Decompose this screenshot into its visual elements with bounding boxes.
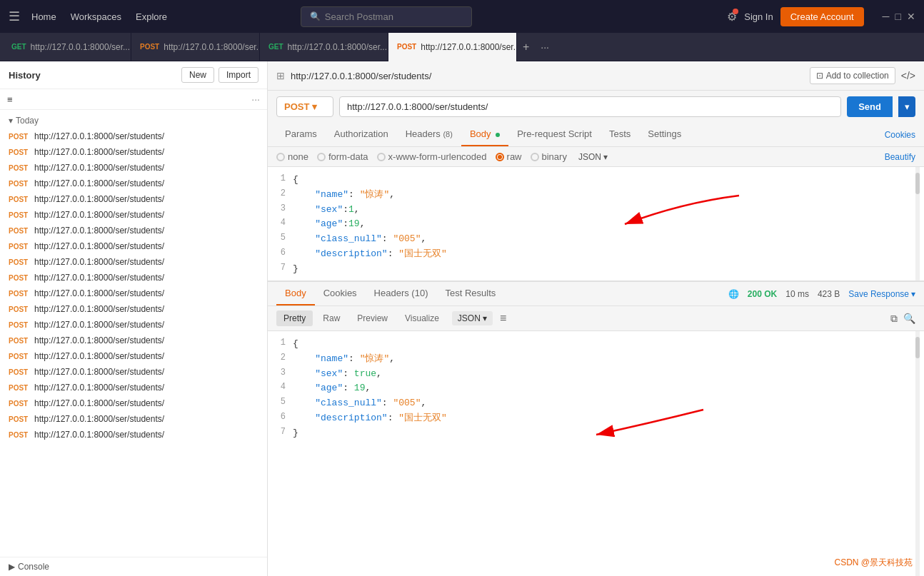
filter-icon[interactable]: ≡ xyxy=(7,94,13,105)
resp-raw-tab[interactable]: Raw xyxy=(316,310,347,326)
body-form-data-option[interactable]: form-data xyxy=(317,151,368,162)
tab-params[interactable]: Params xyxy=(276,123,326,146)
tab-headers[interactable]: Headers (8) xyxy=(397,123,461,146)
beautify-button[interactable]: Beautify xyxy=(885,152,915,162)
response-body-editor[interactable]: 1 { 2 "name": "惊涛", 3 "sex": true, 4 "ag… xyxy=(268,331,924,447)
list-item[interactable]: POST http://127.0.0.1:8000/ser/students/ xyxy=(0,333,267,348)
search-placeholder: Search Postman xyxy=(325,11,393,22)
home-link[interactable]: Home xyxy=(31,11,56,22)
tab-post-2-active[interactable]: POST http://127.0.0.1:8000/ser... xyxy=(388,33,517,61)
body-urlencoded-option[interactable]: x-www-form-urlencoded xyxy=(377,151,487,162)
save-response-button[interactable]: Save Response ▾ xyxy=(848,289,915,299)
list-item[interactable]: POST http://127.0.0.1:8000/ser/students/ xyxy=(0,317,267,333)
cookies-link[interactable]: Cookies xyxy=(885,130,915,140)
list-item[interactable]: POST http://127.0.0.1:8000/ser/students/ xyxy=(0,380,267,395)
send-options-button[interactable]: ▾ xyxy=(898,96,915,117)
send-button[interactable]: Send xyxy=(847,96,893,117)
tab-url: http://127.0.0.1:8000/ser... xyxy=(288,42,387,52)
maximize-button[interactable]: □ xyxy=(895,11,901,22)
close-button[interactable]: ✕ xyxy=(907,11,915,22)
create-account-button[interactable]: Create Account xyxy=(780,7,864,26)
copy-button[interactable]: ⧉ xyxy=(890,313,898,325)
list-item[interactable]: POST http://127.0.0.1:8000/ser/students/ xyxy=(0,223,267,238)
request-body-editor[interactable]: 1 { 2 "name": "惊涛", 3 "sex":1, 4 "age":1… xyxy=(268,167,924,281)
method-label: POST xyxy=(9,353,30,360)
method-label: POST xyxy=(9,164,30,172)
tab-settings[interactable]: Settings xyxy=(639,123,690,146)
list-item[interactable]: POST http://127.0.0.1:8000/ser/students/ xyxy=(0,395,267,411)
radio-raw xyxy=(496,153,504,161)
method-label: POST xyxy=(9,431,30,439)
url-label: http://127.0.0.1:8000/ser/students/ xyxy=(34,257,164,267)
settings-button[interactable]: ⚙ xyxy=(727,10,737,24)
tab-tests[interactable]: Tests xyxy=(601,123,639,146)
search-bar[interactable]: 🔍 Search Postman xyxy=(301,6,472,27)
new-tab-button[interactable]: + xyxy=(517,41,535,54)
resp-tab-body[interactable]: Body xyxy=(276,282,315,305)
tab-authorization[interactable]: Authorization xyxy=(326,123,397,146)
method-dropdown[interactable]: POST ▾ xyxy=(276,96,333,117)
code-snippet-button[interactable]: </> xyxy=(901,70,915,81)
more-tabs-button[interactable]: ··· xyxy=(535,41,555,53)
tab-post-1[interactable]: POST http://127.0.0.1:8000/ser... xyxy=(131,33,260,61)
resp-pretty-tab[interactable]: Pretty xyxy=(276,310,313,326)
request-bar: POST ▾ Send ▾ xyxy=(268,91,924,123)
save-arrow-icon: ▾ xyxy=(911,289,915,299)
workspaces-link[interactable]: Workspaces xyxy=(71,11,121,22)
tab-get-2[interactable]: GET http://127.0.0.1:8000/ser... xyxy=(260,33,388,61)
tab-body[interactable]: Body xyxy=(461,123,508,146)
method-label: POST xyxy=(9,133,30,141)
content-area: ⊞ http://127.0.0.1:8000/ser/students/ ⊡ … xyxy=(268,61,924,576)
list-item[interactable]: POST http://127.0.0.1:8000/ser/students/ xyxy=(0,254,267,270)
request-type-icon: ⊞ xyxy=(276,70,285,81)
list-item[interactable]: POST http://127.0.0.1:8000/ser/students/ xyxy=(0,191,267,207)
list-item[interactable]: POST http://127.0.0.1:8000/ser/students/ xyxy=(0,160,267,176)
list-item[interactable]: POST http://127.0.0.1:8000/ser/students/ xyxy=(0,301,267,317)
list-item[interactable]: POST http://127.0.0.1:8000/ser/students/ xyxy=(0,207,267,223)
line-number: 3 xyxy=(268,203,293,213)
code-line-7: 7 } xyxy=(268,262,924,277)
tab-get-1[interactable]: GET http://127.0.0.1:8000/ser... xyxy=(3,33,131,61)
collection-icon: ⊡ xyxy=(816,71,823,81)
search-response-button[interactable]: 🔍 xyxy=(903,313,915,325)
resp-preview-tab[interactable]: Preview xyxy=(350,310,395,326)
list-item[interactable]: POST http://127.0.0.1:8000/ser/students/ xyxy=(0,238,267,254)
body-raw-option[interactable]: raw xyxy=(496,151,522,162)
resp-tab-headers[interactable]: Headers (10) xyxy=(366,282,437,305)
resp-visualize-tab[interactable]: Visualize xyxy=(398,310,446,326)
response-format-select[interactable]: JSON ▾ xyxy=(452,311,493,325)
format-select[interactable]: JSON ▾ xyxy=(578,152,608,162)
signin-button[interactable]: Sign In xyxy=(744,11,773,22)
minimize-button[interactable]: ─ xyxy=(883,11,890,22)
list-item[interactable]: POST http://127.0.0.1:8000/ser/students/ xyxy=(0,144,267,160)
console-button[interactable]: ▶ Console xyxy=(9,562,49,572)
url-input[interactable] xyxy=(339,96,841,117)
tab-method: POST xyxy=(140,43,159,51)
list-item[interactable]: POST http://127.0.0.1:8000/ser/students/ xyxy=(0,427,267,443)
new-button[interactable]: New xyxy=(181,67,214,83)
list-item[interactable]: POST http://127.0.0.1:8000/ser/students/ xyxy=(0,348,267,364)
response-body-container: 1 { 2 "name": "惊涛", 3 "sex": true, 4 "ag… xyxy=(268,331,924,576)
response-tab-bar: Body Cookies Headers (10) Test Results 🌐… xyxy=(268,281,924,306)
more-options-icon[interactable]: ··· xyxy=(251,94,260,105)
tab-pre-request[interactable]: Pre-request Script xyxy=(508,123,601,146)
resp-tab-test-results[interactable]: Test Results xyxy=(436,282,504,305)
list-item[interactable]: POST http://127.0.0.1:8000/ser/students/ xyxy=(0,286,267,301)
resp-tab-cookies[interactable]: Cookies xyxy=(315,282,366,305)
body-none-option[interactable]: none xyxy=(276,151,308,162)
add-collection-button[interactable]: ⊡ Add to collection xyxy=(810,67,895,84)
tab-url: http://127.0.0.1:8000/ser... xyxy=(421,42,517,52)
request-url-title: http://127.0.0.1:8000/ser/students/ xyxy=(291,71,431,81)
list-item[interactable]: POST http://127.0.0.1:8000/ser/students/ xyxy=(0,128,267,144)
wrap-toggle-icon[interactable]: ≡ xyxy=(500,312,506,325)
body-binary-option[interactable]: binary xyxy=(531,151,567,162)
list-item[interactable]: POST http://127.0.0.1:8000/ser/students/ xyxy=(0,270,267,286)
explore-link[interactable]: Explore xyxy=(136,11,167,22)
import-button[interactable]: Import xyxy=(219,67,258,83)
list-item[interactable]: POST http://127.0.0.1:8000/ser/students/ xyxy=(0,176,267,191)
url-label: http://127.0.0.1:8000/ser/students/ xyxy=(34,163,164,173)
list-item[interactable]: POST http://127.0.0.1:8000/ser/students/ xyxy=(0,364,267,380)
menu-icon[interactable]: ☰ xyxy=(9,9,20,24)
list-item[interactable]: POST http://127.0.0.1:8000/ser/students/ xyxy=(0,411,267,427)
response-time: 10 ms xyxy=(785,289,809,299)
